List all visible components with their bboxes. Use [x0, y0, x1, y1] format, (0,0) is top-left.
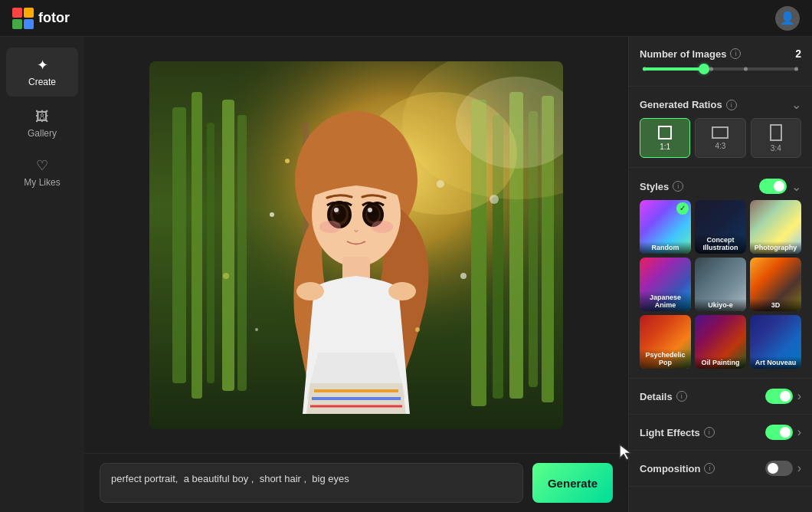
style-label-oil: Oil Painting	[695, 356, 746, 369]
ratio-frame-port	[770, 124, 782, 141]
ratio-btn-1-1[interactable]: 1:1	[640, 118, 690, 158]
svg-point-25	[334, 208, 339, 212]
sidebar-item-gallery[interactable]: 🖼 Gallery	[0, 100, 84, 148]
svg-rect-0	[12, 8, 22, 18]
svg-rect-8	[207, 123, 214, 383]
main-content: perfect portrait, a beautiful boy , shor…	[84, 37, 628, 512]
svg-point-30	[319, 221, 341, 233]
image-svg	[149, 61, 563, 429]
styles-chevron-icon[interactable]: ⌄	[791, 179, 801, 194]
light-effects-chevron-icon[interactable]: ›	[797, 425, 801, 439]
gallery-icon: 🖼	[35, 109, 49, 125]
style-label-3d: 3D	[750, 299, 801, 311]
ratio-frame-sq	[658, 126, 672, 139]
svg-point-41	[285, 159, 290, 163]
sidebar-item-create[interactable]: ✦ Create	[6, 48, 78, 97]
ratios-chevron-icon[interactable]: ⌄	[791, 97, 801, 112]
style-card-random[interactable]: ✓ Random	[640, 200, 691, 254]
svg-rect-2	[12, 19, 22, 29]
create-label: Create	[28, 77, 56, 87]
ratio-label-1-1: 1:1	[660, 143, 670, 151]
my-likes-label: My Likes	[24, 177, 60, 188]
svg-rect-9	[222, 100, 234, 391]
svg-rect-3	[24, 19, 34, 29]
svg-point-39	[255, 328, 258, 331]
styles-section: Styles i ⌄ ✓ Random ConceptIllustration	[629, 168, 812, 379]
style-card-concept[interactable]: ConceptIllustration	[695, 200, 746, 254]
style-card-oil[interactable]: Oil Painting	[695, 315, 746, 369]
prompt-area: perfect portrait, a beautiful boy , shor…	[84, 453, 628, 512]
details-toggle-knob	[780, 391, 791, 402]
slider-thumb[interactable]	[699, 64, 709, 74]
fotor-logo-icon	[12, 8, 34, 29]
avatar-button[interactable]: 👤	[775, 6, 800, 31]
slider-dot-2	[709, 67, 713, 71]
ratio-label-4-3: 4:3	[715, 142, 726, 150]
sidebar-item-my-likes[interactable]: ♡ My Likes	[0, 148, 84, 197]
composition-toggle-knob	[768, 463, 778, 474]
sidebar: ✦ Create 🖼 Gallery ♡ My Likes	[0, 37, 84, 512]
create-icon: ✦	[37, 57, 48, 74]
style-selected-check: ✓	[676, 202, 689, 215]
composition-title: Composition	[640, 463, 700, 474]
details-info-icon[interactable]: i	[676, 391, 687, 402]
logo: fotor	[12, 8, 70, 29]
slider-dot-1	[643, 67, 647, 71]
gallery-label: Gallery	[28, 128, 57, 139]
ratio-btn-3-4[interactable]: 3:4	[751, 118, 801, 158]
style-card-ukiyo[interactable]: Ukiyo-e	[695, 258, 746, 311]
style-label-random: Random	[640, 241, 691, 254]
style-label-concept: ConceptIllustration	[695, 234, 746, 254]
details-chevron-icon[interactable]: ›	[797, 389, 801, 403]
light-effects-toggle-knob	[780, 427, 791, 438]
style-card-anime[interactable]: JapaneseAnime	[640, 258, 691, 311]
svg-point-36	[388, 282, 416, 300]
ratios-title: Generated Ratios	[640, 99, 722, 110]
style-label-anime: JapaneseAnime	[640, 291, 691, 311]
style-card-photography[interactable]: Photography	[750, 200, 801, 254]
ratios-info-icon[interactable]: i	[726, 100, 737, 110]
my-likes-icon: ♡	[36, 157, 48, 174]
light-effects-toggle[interactable]	[765, 425, 793, 440]
light-effects-row: Light Effects i ›	[629, 415, 812, 451]
ratio-frame-land	[712, 126, 729, 139]
style-card-nouveau[interactable]: Art Nouveau	[750, 315, 801, 369]
right-panel: Number of Images i 2 Generated Ratios i …	[628, 37, 812, 512]
composition-info-icon[interactable]: i	[704, 463, 715, 474]
svg-point-37	[270, 212, 274, 217]
style-label-ukiyo: Ukiyo-e	[695, 299, 746, 311]
ratio-btn-4-3[interactable]: 4:3	[695, 118, 745, 158]
generated-ratios-section: Generated Ratios i ⌄ 1:1 4:3 3:4	[629, 87, 812, 168]
light-effects-info-icon[interactable]: i	[704, 427, 715, 438]
composition-row: Composition i ›	[629, 451, 812, 487]
style-label-photography: Photography	[750, 241, 801, 254]
svg-point-29	[368, 208, 372, 212]
styles-info-icon[interactable]: i	[673, 181, 683, 192]
svg-rect-1	[24, 8, 34, 18]
number-of-images-title: Number of Images	[640, 48, 726, 60]
ratio-label-3-4: 3:4	[771, 144, 781, 153]
style-card-3d[interactable]: 3D	[750, 258, 801, 311]
prompt-input[interactable]: perfect portrait, a beautiful boy , shor…	[100, 463, 523, 503]
style-card-psychedelic[interactable]: PsychedelicPop	[640, 315, 691, 369]
styles-toggle[interactable]	[759, 179, 787, 194]
details-title: Details	[640, 391, 673, 402]
composition-chevron-icon[interactable]: ›	[797, 461, 801, 475]
svg-rect-7	[192, 92, 202, 399]
svg-point-31	[372, 221, 393, 233]
number-of-images-value: 2	[795, 48, 801, 60]
details-toggle[interactable]	[765, 389, 793, 404]
svg-point-44	[223, 273, 229, 279]
composition-toggle[interactable]	[765, 461, 793, 476]
topbar-right: 👤	[775, 6, 800, 31]
images-slider[interactable]	[643, 67, 798, 71]
avatar-icon: 👤	[780, 11, 795, 25]
generate-button[interactable]: Generate	[532, 463, 613, 503]
svg-rect-6	[172, 107, 186, 383]
svg-point-23	[332, 205, 346, 222]
number-of-images-info-icon[interactable]: i	[730, 48, 741, 59]
light-effects-title: Light Effects	[640, 427, 700, 438]
svg-point-40	[460, 273, 467, 279]
slider-fill	[643, 67, 702, 71]
details-row: Details i ›	[629, 379, 812, 415]
